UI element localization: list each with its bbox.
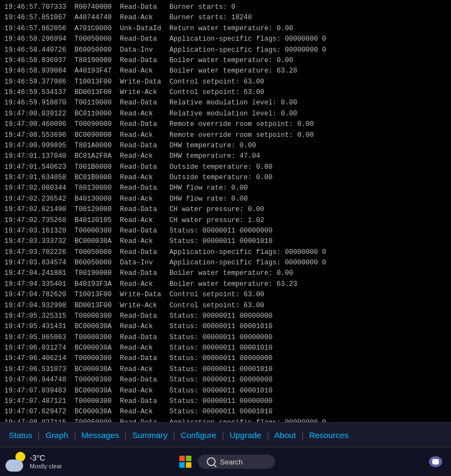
search-icon	[207, 457, 216, 466]
log-line: 19:47:07.629472 BC000030A Read-Ack Statu…	[4, 407, 447, 417]
nav-item-upgrade[interactable]: Upgrade	[226, 428, 265, 442]
weather-description: Mostly clear	[30, 463, 62, 470]
log-line: 19:46:58.440726 B60050000 Data-Inv Appli…	[4, 45, 447, 56]
windows-logo	[179, 456, 191, 468]
win-sq-yellow	[186, 462, 191, 468]
teams-icon	[429, 456, 442, 467]
log-line: 19:47:00.553696 BC0090000 Read-Ack Remot…	[4, 130, 447, 141]
log-line: 19:46:59.534137 BD0013F00 Write-Ack Cont…	[4, 87, 447, 98]
log-line: 19:46:59.918870 T00110000 Read-Data Rela…	[4, 98, 447, 108]
log-line: 19:47:02.621490 T00120000 Read-Data CH w…	[4, 204, 447, 215]
log-line: 19:47:03.702226 T00050000 Read-Data Appl…	[4, 247, 447, 258]
search-bar[interactable]: Search	[198, 455, 275, 469]
log-line: 19:47:01.137040 BC01A2F0A Read-Ack DHW t…	[4, 151, 447, 162]
nav-item-summary[interactable]: Summary	[129, 428, 170, 442]
log-line: 19:47:06.031274 BC000030A Read-Ack Statu…	[4, 343, 447, 353]
log-line: 19:47:00.999895 T801A0000 Read-Data DHW …	[4, 141, 447, 151]
nav-separator: |	[122, 430, 129, 440]
nav-item-configure[interactable]: Configure	[177, 428, 219, 442]
log-line: 19:47:05.865063 T00000300 Read-Data Stat…	[4, 333, 447, 343]
log-line: 19:47:01.634058 BC01B0000 Read-Ack Outsi…	[4, 173, 447, 183]
log-line: 19:47:01.540623 T001B0000 Read-Data Outs…	[4, 162, 447, 173]
log-line: 19:47:04.335401 B40193F3A Read-Ack Boile…	[4, 279, 447, 290]
weather-info: -3°C Mostly clear	[30, 453, 62, 470]
log-line: 19:47:04.241881 T80190000 Read-Data Boil…	[4, 268, 447, 279]
log-line: 19:47:02.080344 T80130000 Read-Data DHW …	[4, 183, 447, 193]
teams-icon-inner	[432, 459, 439, 464]
log-line: 19:47:07.039483 BC000030A Read-Ack Statu…	[4, 386, 447, 396]
nav-separator: |	[219, 430, 226, 440]
log-line: 19:47:00.039122 BC0110000 Read-Ack Relat…	[4, 109, 447, 119]
log-line: 19:46:59.377986 T10013F00 Write-Data Con…	[4, 77, 447, 87]
log-line: 19:46:58.836937 T80190000 Read-Data Boil…	[4, 56, 447, 66]
nav-item-about[interactable]: About	[271, 428, 299, 442]
win-sq-green	[186, 456, 191, 461]
nav-item-graph[interactable]: Graph	[42, 428, 72, 442]
nav-separator: |	[72, 430, 78, 440]
search-handle	[214, 465, 217, 468]
nav-separator: |	[36, 430, 42, 440]
log-line: 19:47:08.027115 T00050000 Read-Data Appl…	[4, 418, 447, 422]
teams-chat-button[interactable]	[426, 452, 446, 472]
log-line: 19:47:03.161328 T00000300 Read-Data Stat…	[4, 226, 447, 236]
nav-item-messages[interactable]: Messages	[78, 428, 122, 442]
log-line: 19:47:03.834574 B60050000 Data-Inv Appli…	[4, 258, 447, 268]
log-line: 19:47:02.735268 B40120105 Read-Ack CH wa…	[4, 215, 447, 226]
log-line: 19:47:05.431431 BC000030A Read-Ack Statu…	[4, 322, 447, 332]
log-area: 19:46:57.707333 R00740000 Read-Data Burn…	[0, 0, 451, 422]
cloud-icon	[6, 460, 23, 472]
log-line: 19:47:03.333732 BC000030A Read-Ack Statu…	[4, 236, 447, 247]
nav-item-status[interactable]: Status	[6, 428, 36, 442]
win-sq-blue	[179, 462, 185, 468]
log-line: 19:47:04.782620 T10013F00 Write-Data Con…	[4, 290, 447, 300]
taskbar-left: -3°C Mostly clear	[0, 452, 62, 472]
weather-icon	[6, 452, 25, 472]
log-line: 19:47:07.487121 T00000300 Read-Data Stat…	[4, 396, 447, 407]
log-line: 19:47:04.932998 BD0013F00 Write-Ack Cont…	[4, 301, 447, 311]
log-line: 19:47:02.236542 B40130000 Read-Ack DHW f…	[4, 194, 447, 204]
nav-bar: Status|Graph|Messages|Summary|Configure|…	[0, 422, 451, 447]
log-line: 19:46:58.296994 T00050000 Read-Data Appl…	[4, 34, 447, 45]
log-line: 19:47:06.944748 T00000300 Read-Data Stat…	[4, 375, 447, 385]
nav-separator: |	[171, 430, 178, 440]
log-line: 19:47:05.325315 T00000300 Read-Data Stat…	[4, 311, 447, 322]
nav-separator: |	[265, 430, 271, 440]
log-line: 19:46:57.851067 A40744740 Read-Ack Burne…	[4, 13, 447, 23]
start-button[interactable]	[176, 452, 195, 471]
log-line: 19:47:06.406214 T00000300 Read-Data Stat…	[4, 353, 447, 364]
log-line: 19:47:06.531073 BC000030A Read-Ack Statu…	[4, 364, 447, 375]
log-line: 19:46:57.862056 A701C0000 Unk-DataId Ret…	[4, 24, 447, 34]
log-line: 19:47:00.460096 T00090000 Read-Data Remo…	[4, 119, 447, 130]
log-line: 19:46:58.939084 A40193F47 Read-Ack Boile…	[4, 66, 447, 76]
taskbar-center: Search	[176, 452, 275, 471]
nav-item-resources[interactable]: Resources	[306, 428, 352, 442]
log-line: 19:46:57.707333 R00740000 Read-Data Burn…	[4, 2, 447, 13]
nav-separator: |	[299, 430, 306, 440]
win-sq-red	[179, 456, 185, 461]
temperature-display: -3°C	[30, 453, 62, 463]
search-label: Search	[220, 458, 243, 466]
taskbar-right	[426, 452, 446, 472]
taskbar: -3°C Mostly clear Search	[0, 447, 451, 476]
